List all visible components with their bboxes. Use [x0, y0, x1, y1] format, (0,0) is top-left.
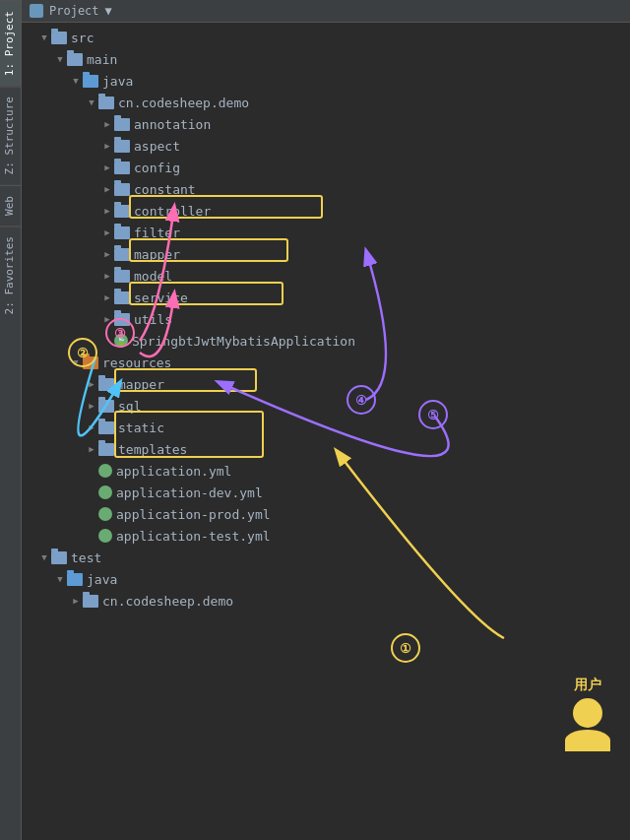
tree-item-resources[interactable]: resources: [22, 352, 630, 373]
tree-view: src main java cn.codesheep.de: [22, 23, 630, 615]
folder-icon-main: [67, 53, 83, 66]
tree-item-cn-demo-test[interactable]: cn.codesheep.demo: [22, 590, 630, 612]
arrow-service[interactable]: [100, 291, 114, 304]
tree-item-config[interactable]: config: [22, 157, 630, 178]
arrow-resources[interactable]: [69, 355, 83, 369]
yml-icon-app: [98, 464, 112, 478]
side-tabs: 1: Project Z: Structure Web 2: Favorites: [0, 0, 22, 840]
tree-item-utils[interactable]: utils: [22, 308, 630, 330]
tree-item-static[interactable]: static: [22, 417, 630, 438]
label-model: model: [134, 269, 172, 284]
label-app-prod-yml: application-prod.yml: [116, 507, 271, 522]
label-utils: utils: [134, 312, 172, 327]
arrow-main[interactable]: [53, 52, 67, 66]
user-body: [565, 730, 610, 751]
arrow-aspect[interactable]: [100, 139, 114, 153]
folder-icon-java-test: [67, 573, 83, 586]
folder-icon-cn-demo: [98, 97, 114, 109]
tree-item-aspect[interactable]: aspect: [22, 135, 630, 157]
tab-structure[interactable]: Z: Structure: [0, 86, 21, 184]
folder-icon-mapper-java: [114, 248, 130, 261]
tree-item-controller[interactable]: controller: [22, 200, 630, 222]
tab-favorites[interactable]: 2: Favorites: [0, 226, 21, 324]
arrow-java-test[interactable]: [53, 572, 67, 586]
folder-icon-templates: [98, 443, 114, 456]
tree-item-constant[interactable]: constant: [22, 178, 630, 200]
arrow-filter[interactable]: [100, 226, 114, 239]
tree-item-app-dev-yml[interactable]: application-dev.yml: [22, 482, 630, 503]
tree-item-main[interactable]: main: [22, 48, 630, 70]
folder-icon-static: [98, 421, 114, 434]
label-aspect: aspect: [134, 139, 180, 154]
label-filter: filter: [134, 226, 180, 240]
arrow-static[interactable]: [85, 420, 98, 434]
yml-icon-test: [98, 529, 112, 543]
arrow-test[interactable]: [37, 550, 51, 564]
tree-item-java-test[interactable]: java: [22, 568, 630, 590]
folder-icon-annotation: [114, 118, 130, 131]
arrow-java[interactable]: [69, 74, 83, 88]
tree-item-model[interactable]: model: [22, 265, 630, 287]
yml-icon-dev: [98, 485, 112, 499]
arrow-mapper-java[interactable]: [100, 247, 114, 261]
tree-item-app-test-yml[interactable]: application-test.yml: [22, 525, 630, 547]
tree-item-annotation[interactable]: annotation: [22, 113, 630, 135]
arrow-mapper-res[interactable]: [85, 377, 98, 391]
folder-icon-mapper-res: [98, 378, 114, 391]
folder-icon-test: [51, 551, 67, 564]
folder-icon-resources: [83, 356, 98, 369]
tree-item-java[interactable]: java: [22, 70, 630, 92]
arrow-cn-demo-test[interactable]: [69, 594, 83, 608]
tree-item-mapper-java[interactable]: mapper: [22, 243, 630, 265]
tree-item-cn-demo[interactable]: cn.codesheep.demo: [22, 92, 630, 113]
arrow-templates[interactable]: [85, 442, 98, 456]
arrow-config[interactable]: [100, 161, 114, 174]
tree-item-filter[interactable]: filter: [22, 222, 630, 243]
arrow-cn-demo[interactable]: [85, 96, 98, 109]
tree-item-mapper-res[interactable]: mapper: [22, 373, 630, 395]
yml-icon-prod: [98, 507, 112, 521]
label-src: src: [71, 31, 94, 45]
label-service: service: [134, 291, 188, 305]
label-config: config: [134, 161, 180, 175]
label-constant: constant: [134, 182, 196, 197]
project-icon: [30, 4, 43, 18]
folder-icon-service: [114, 291, 130, 304]
tree-item-app-yml[interactable]: application.yml: [22, 460, 630, 482]
label-app-yml: application.yml: [116, 464, 231, 479]
tree-item-src[interactable]: src: [22, 27, 630, 48]
arrow-annotation[interactable]: [100, 117, 114, 131]
label-annotation: annotation: [134, 117, 211, 132]
label-java-test: java: [87, 572, 117, 587]
label-resources: resources: [102, 355, 171, 370]
tree-item-test[interactable]: test: [22, 547, 630, 568]
header-title: Project: [49, 4, 99, 18]
tab-project[interactable]: 1: Project: [0, 0, 21, 86]
tree-item-sql[interactable]: sql: [22, 395, 630, 417]
arrow-sql[interactable]: [85, 399, 98, 413]
main-content: Project ▼ src main: [22, 0, 630, 840]
label-sql: sql: [118, 399, 141, 414]
tree-item-spring-app[interactable]: 🍃 SpringbtJwtMybatisApplication: [22, 330, 630, 352]
tree-item-service[interactable]: service: [22, 287, 630, 308]
tree-item-templates[interactable]: templates: [22, 438, 630, 460]
arrow-utils[interactable]: [100, 312, 114, 326]
user-head: [573, 698, 602, 728]
folder-icon-utils: [114, 313, 130, 326]
arrow-model[interactable]: [100, 269, 114, 283]
label-mapper-java: mapper: [134, 247, 180, 262]
folder-icon-filter: [114, 226, 130, 239]
folder-icon-src: [51, 32, 67, 44]
arrow-constant[interactable]: [100, 182, 114, 196]
folder-icon-controller: [114, 205, 130, 218]
tab-web[interactable]: Web: [0, 185, 21, 226]
folder-icon-cn-demo-test: [83, 595, 98, 608]
tree-item-app-prod-yml[interactable]: application-prod.yml: [22, 503, 630, 525]
label-mapper-res: mapper: [118, 377, 164, 392]
arrow-src[interactable]: [37, 31, 51, 44]
folder-icon-constant: [114, 183, 130, 196]
label-spring-app: SpringbtJwtMybatisApplication: [132, 334, 355, 349]
arrow-controller[interactable]: [100, 204, 114, 218]
header-dropdown-icon[interactable]: ▼: [105, 4, 112, 18]
user-figure: 用户: [565, 677, 610, 751]
